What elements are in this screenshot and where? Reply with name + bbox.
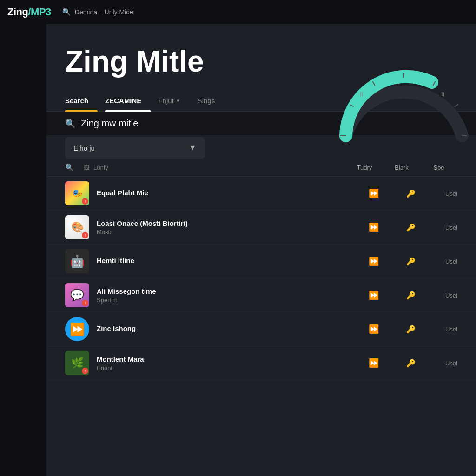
th-tudry: Tudry <box>346 164 383 171</box>
song-key-button[interactable]: 🔑 <box>392 359 430 368</box>
song-title: Montlent Mara <box>97 355 355 363</box>
song-thumbnail: 🌿 ! <box>65 351 89 375</box>
sidebar <box>0 24 46 476</box>
tab-fnjut[interactable]: Fnjut ▼ <box>158 91 190 111</box>
gauge-decoration: II II <box>332 52 476 145</box>
song-title: Ali Missegon time <box>97 287 355 295</box>
song-list: 🎭 ! Equal Plaht Mie ⏩ 🔑 Usel 🎨 ! Loasi O… <box>46 177 476 380</box>
search-bar-icon: 🔍 <box>65 119 75 129</box>
th-spe: Spe <box>420 164 457 171</box>
search-column-icon: 🔍 <box>65 163 74 171</box>
song-subtitle: Enont <box>97 364 355 371</box>
svg-text:II: II <box>360 91 363 98</box>
table-row[interactable]: 🤖 Hemti Itline ⏩ 🔑 Usel <box>46 245 476 278</box>
song-play-button[interactable]: ⏩ <box>355 256 392 266</box>
svg-text:II: II <box>441 91 444 98</box>
song-play-button[interactable]: ⏩ <box>355 188 392 198</box>
song-thumbnail: 🎭 ! <box>65 181 89 205</box>
nav-search[interactable]: 🔍 Demina – Unly Mide <box>62 8 133 16</box>
main-content: II II Zing Mitle Search ZECAMINE Fnjut ▼ <box>46 24 476 476</box>
song-thumbnail: ⏩ <box>65 317 89 341</box>
song-extra: Usel <box>430 224 457 231</box>
table-header: 🔍 🖼 Lünfy Tudry Blark Spe <box>46 159 476 177</box>
logo-mp3: MP3 <box>31 6 51 18</box>
song-play-button[interactable]: ⏩ <box>355 222 392 232</box>
main-layout: II II Zing Mitle Search ZECAMINE Fnjut ▼ <box>0 24 476 476</box>
song-key-button[interactable]: 🔑 <box>392 325 430 334</box>
song-extra: Usel <box>430 190 457 197</box>
nav-search-query: Demina – Unly Mide <box>75 8 133 16</box>
table-row[interactable]: 🎨 ! Loasi Onace (Mosti Biortiri) Mosic ⏩… <box>46 211 476 245</box>
song-thumbnail: 💬 ! <box>65 283 89 307</box>
song-extra: Usel <box>430 360 457 367</box>
dropdown-wrap: Eiho ju ▼ <box>46 137 476 159</box>
badge: ! <box>82 232 88 238</box>
nav-search-icon: 🔍 <box>62 8 71 16</box>
song-info: Hemti Itline <box>97 257 355 266</box>
top-navigation: Zing/MP3 🔍 Demina – Unly Mide <box>0 0 476 24</box>
song-title: Hemti Itline <box>97 257 355 264</box>
song-extra: Usel <box>430 292 457 299</box>
table-row[interactable]: 🌿 ! Montlent Mara Enont ⏩ 🔑 Usel <box>46 346 476 380</box>
tab-search[interactable]: Search <box>65 91 98 111</box>
song-key-button[interactable]: 🔑 <box>392 189 430 198</box>
filter-dropdown[interactable]: Eiho ju ▼ <box>65 137 205 159</box>
tab-sings[interactable]: Sings <box>198 91 225 111</box>
dropdown-selected: Eiho ju <box>73 144 95 152</box>
song-info: Montlent Mara Enont <box>97 355 355 371</box>
song-title: Zinc Ishong <box>97 324 355 332</box>
song-thumbnail: 🤖 <box>65 249 89 273</box>
song-info: Ali Missegon time Spertim <box>97 287 355 304</box>
song-extra: Usel <box>430 326 457 333</box>
song-title: Loasi Onace (Mosti Biortiri) <box>97 219 355 227</box>
logo-zing: Zing <box>7 6 28 18</box>
badge: ! <box>82 198 88 205</box>
th-title: 🖼 Lünfy <box>84 164 346 171</box>
song-key-button[interactable]: 🔑 <box>392 257 430 266</box>
song-play-button[interactable]: ⏩ <box>355 290 392 300</box>
table-row[interactable]: 💬 ! Ali Missegon time Spertim ⏩ 🔑 Usel <box>46 278 476 312</box>
title-column-icon: 🖼 <box>84 164 90 171</box>
song-title: Equal Plaht Mie <box>97 189 355 197</box>
tab-zecamine[interactable]: ZECAMINE <box>105 91 151 111</box>
th-blark: Blark <box>383 164 420 171</box>
song-extra: Usel <box>430 258 457 265</box>
title-column-label: Lünfy <box>93 164 108 171</box>
badge: ! <box>82 300 88 306</box>
dropdown-chevron-icon: ▼ <box>189 144 196 152</box>
song-key-button[interactable]: 🔑 <box>392 291 430 300</box>
table-row[interactable]: ⏩ Zinc Ishong ⏩ 🔑 Usel <box>46 312 476 346</box>
song-info: Zinc Ishong <box>97 324 355 334</box>
logo[interactable]: Zing/MP3 <box>7 6 51 18</box>
svg-line-5 <box>454 105 458 107</box>
song-thumbnail: 🎨 ! <box>65 215 89 239</box>
song-key-button[interactable]: 🔑 <box>392 223 430 232</box>
song-subtitle: Spertim <box>97 297 355 304</box>
song-play-button[interactable]: ⏩ <box>355 324 392 334</box>
song-info: Loasi Onace (Mosti Biortiri) Mosic <box>97 219 355 236</box>
badge: ! <box>82 368 88 374</box>
table-row[interactable]: 🎭 ! Equal Plaht Mie ⏩ 🔑 Usel <box>46 177 476 211</box>
fnjut-dropdown-arrow: ▼ <box>176 98 181 104</box>
th-search-icon: 🔍 <box>65 163 84 172</box>
song-info: Equal Plaht Mie <box>97 189 355 198</box>
song-play-button[interactable]: ⏩ <box>355 358 392 368</box>
song-subtitle: Mosic <box>97 229 355 236</box>
